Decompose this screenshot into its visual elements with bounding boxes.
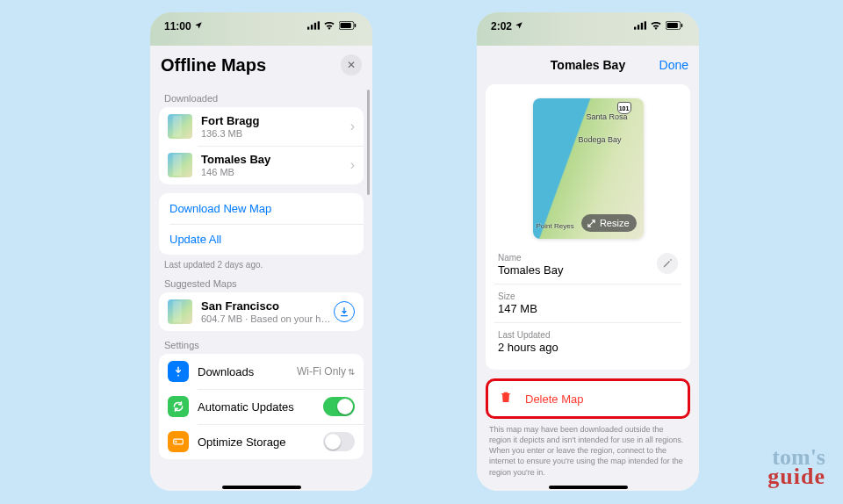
map-size: 136.3 MB	[201, 128, 350, 139]
map-city-label: Point Reyes	[537, 222, 574, 230]
content-scroll[interactable]: Downloaded Fort Bragg 136.3 MB › Tomales…	[150, 84, 372, 491]
storage-icon	[168, 431, 189, 452]
svg-rect-13	[645, 21, 646, 29]
suggested-section-label: Suggested Maps	[159, 270, 364, 292]
updown-icon: ⇅	[348, 367, 355, 377]
sheet-header: Tomales Bay Done	[477, 46, 699, 84]
downloaded-item-tomales-bay[interactable]: Tomales Bay 146 MB ›	[159, 146, 364, 184]
svg-rect-11	[638, 25, 639, 29]
settings-list: Downloads Wi-Fi Only ⇅ Automatic Updates	[159, 354, 364, 459]
setting-label: Optimize Storage	[198, 436, 323, 449]
downloaded-list: Fort Bragg 136.3 MB › Tomales Bay 146 MB…	[159, 107, 364, 184]
wifi-icon	[323, 20, 335, 32]
chevron-right-icon: ›	[350, 157, 355, 173]
svg-rect-2	[314, 23, 316, 30]
setting-automatic-updates: Automatic Updates	[159, 389, 364, 424]
svg-rect-0	[307, 27, 309, 30]
svg-rect-3	[318, 21, 320, 29]
svg-rect-9	[176, 441, 177, 443]
pencil-icon	[662, 258, 673, 269]
map-thumb-icon	[168, 114, 192, 139]
info-value: 2 hours ago	[498, 341, 678, 354]
svg-rect-16	[681, 24, 683, 27]
map-preview[interactable]: 101 Santa Rosa Bodega Bay Point Reyes Re…	[533, 98, 644, 239]
svg-rect-12	[641, 23, 643, 30]
automatic-updates-toggle[interactable]	[323, 397, 355, 416]
settings-section-label: Settings	[159, 331, 364, 354]
update-all-button[interactable]: Update All	[159, 224, 364, 255]
svg-rect-15	[667, 23, 678, 28]
setting-value: Wi-Fi Only	[297, 365, 346, 378]
map-thumb-icon	[168, 153, 192, 177]
info-value: 147 MB	[498, 302, 678, 315]
map-name: Tomales Bay	[201, 153, 350, 166]
last-updated-text: Last updated 2 days ago.	[159, 255, 364, 270]
cellular-icon	[307, 20, 320, 32]
svg-rect-5	[341, 23, 351, 28]
info-label: Name	[498, 253, 657, 263]
setting-downloads[interactable]: Downloads Wi-Fi Only ⇅	[159, 354, 364, 389]
wifi-icon	[650, 20, 662, 32]
download-button[interactable]	[334, 301, 355, 322]
home-indicator[interactable]	[549, 486, 628, 489]
phone-map-detail: 2:02 Tomales Bay Done 101 Santa Rosa Bod…	[477, 12, 699, 491]
battery-icon	[666, 20, 683, 32]
location-icon	[194, 20, 203, 32]
resize-icon	[587, 219, 596, 228]
delete-map-button[interactable]: Delete Map	[488, 381, 688, 416]
content-scroll[interactable]: 101 Santa Rosa Bodega Bay Point Reyes Re…	[477, 84, 699, 491]
map-city-label: Santa Rosa	[586, 112, 627, 121]
info-label: Size	[498, 292, 678, 301]
downloaded-item-fort-bragg[interactable]: Fort Bragg 136.3 MB ›	[159, 107, 364, 146]
info-value: Tomales Bay	[498, 263, 657, 277]
info-row-size: Size 147 MB	[494, 284, 681, 322]
map-thumb-icon	[168, 299, 192, 324]
scrollbar[interactable]	[367, 90, 370, 195]
done-button[interactable]: Done	[659, 58, 688, 72]
download-new-map-button[interactable]: Download New Map	[159, 193, 364, 224]
trash-icon	[499, 390, 516, 407]
status-bar: 11:00	[150, 12, 372, 40]
delete-highlight-box: Delete Map	[486, 378, 690, 419]
close-button[interactable]: ✕	[341, 54, 362, 76]
phone-offline-maps: 11:00 Offline Maps ✕ Downloaded	[150, 12, 372, 491]
setting-label: Downloads	[198, 365, 297, 378]
location-icon	[515, 20, 523, 32]
map-name: Fort Bragg	[201, 114, 350, 127]
setting-label: Automatic Updates	[198, 400, 323, 414]
svg-rect-10	[634, 27, 636, 30]
info-row-updated: Last Updated 2 hours ago	[494, 322, 681, 361]
sheet-header: Offline Maps ✕	[150, 46, 372, 84]
download-icon	[339, 306, 349, 317]
cellular-icon	[634, 20, 646, 32]
offline-maps-sheet: Offline Maps ✕ Downloaded Fort Bragg 136…	[150, 46, 372, 491]
map-detail-sheet: Tomales Bay Done 101 Santa Rosa Bodega B…	[477, 46, 699, 491]
delete-label: Delete Map	[525, 392, 583, 406]
svg-rect-1	[311, 25, 313, 29]
optimize-storage-toggle[interactable]	[323, 432, 355, 451]
watermark-line2: guide	[767, 467, 825, 486]
map-sub: 604.7 MB · Based on your home	[201, 313, 334, 324]
download-circle-icon	[168, 361, 189, 382]
watermark: tom's guide	[767, 448, 825, 486]
chevron-right-icon: ›	[350, 119, 355, 134]
resize-label: Resize	[600, 218, 630, 228]
svg-point-7	[177, 375, 179, 377]
suggested-list: San Francisco 604.7 MB · Based on your h…	[159, 292, 364, 331]
svg-rect-6	[355, 24, 357, 27]
info-row-name: Name Tomales Bay	[494, 248, 681, 284]
disclaimer-text: This map may have been downloaded outsid…	[486, 419, 690, 478]
battery-icon	[339, 20, 357, 32]
suggested-item-san-francisco[interactable]: San Francisco 604.7 MB · Based on your h…	[159, 292, 364, 331]
setting-optimize-storage: Optimize Storage	[159, 424, 364, 459]
map-name: San Francisco	[201, 299, 334, 313]
close-icon: ✕	[347, 59, 356, 71]
info-label: Last Updated	[498, 330, 678, 340]
actions-card: Download New Map Update All	[159, 193, 364, 255]
sync-icon	[168, 396, 189, 417]
page-title: Offline Maps	[161, 55, 266, 76]
detail-card: 101 Santa Rosa Bodega Bay Point Reyes Re…	[486, 84, 690, 370]
home-indicator[interactable]	[222, 486, 301, 489]
resize-button[interactable]: Resize	[581, 214, 637, 232]
edit-name-button[interactable]	[657, 253, 678, 274]
